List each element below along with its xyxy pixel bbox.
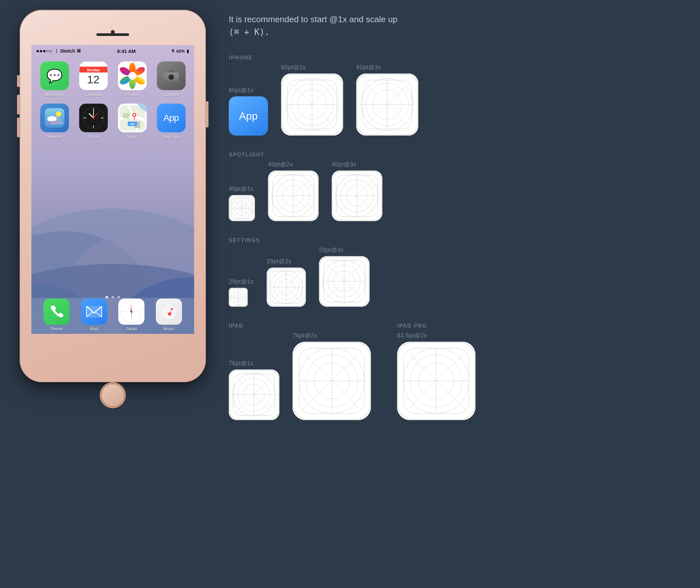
settings-29-2x-label: 29pt@2x	[267, 258, 291, 265]
ipad-76-2x: 76pt@2x	[292, 332, 371, 420]
dock-safari-icon	[118, 299, 144, 325]
calendar-icon: Sunday 12	[79, 61, 108, 90]
right-panel: It is recommended to start @1x and scale…	[229, 13, 680, 430]
dock-mail-label: Mail	[90, 326, 98, 331]
svg-point-13	[128, 72, 136, 80]
dock-safari[interactable]: Safari	[118, 299, 144, 331]
spotlight-40-1x-label: 40pt@1x	[229, 186, 253, 192]
dock-music-label: Music	[163, 326, 174, 331]
ipad-76-1x-label: 76pt@1x	[229, 360, 253, 367]
ipad-pro-83-2x-label: 83.5pt@2x	[397, 332, 427, 339]
settings-29-3x-icon	[319, 256, 370, 307]
svg-text:280: 280	[130, 123, 135, 126]
messages-icon: 💬	[40, 61, 69, 90]
signal-dot-5	[50, 50, 52, 52]
dock-phone-label: Phone	[50, 326, 63, 331]
mute-button	[17, 75, 20, 87]
photos-label: Photos	[125, 92, 138, 97]
iphone-60-1x: 60pt@1x App	[229, 87, 268, 136]
speaker	[96, 33, 129, 36]
iphone-title: IPHONE	[229, 55, 680, 61]
svg-point-27	[53, 118, 56, 121]
dock-mail-icon	[81, 299, 107, 325]
app-photos[interactable]: Photos	[114, 61, 150, 97]
ipad-76-2x-icon	[292, 342, 371, 420]
app-weather[interactable]: Weather	[37, 104, 72, 139]
ipad-pro-83-2x-icon	[397, 342, 476, 420]
calendar-date: 12	[87, 74, 100, 85]
signal-dot-4	[46, 50, 49, 52]
dock-phone-icon	[43, 299, 70, 325]
calendar-label: Calendar	[85, 92, 102, 97]
phone-body: ⋮ Sketch ⌘ 9:41 AM ⅊ 42% ▮ 💬 Messages	[20, 10, 206, 382]
iphone-60-1x-label: 60pt@1x	[229, 87, 253, 94]
iphone-60-3x-label: 60pt@3x	[356, 64, 381, 71]
battery-icon: ▮	[187, 49, 189, 54]
volume-down-button	[17, 118, 20, 137]
clock-icon	[79, 104, 108, 132]
spotlight-40-3x: 40pt@3x	[332, 161, 383, 221]
iphone-section: IPHONE 60pt@1x App 60pt@2x	[229, 55, 680, 136]
signal-dot-1	[37, 50, 39, 52]
calendar-header: Sunday	[79, 67, 107, 73]
ipad-pro-group: IPAD PRO 83.5pt@2x	[397, 323, 476, 420]
settings-29-1x-label: 29pt@1x	[229, 278, 253, 285]
settings-title: SETTINGS	[229, 237, 680, 243]
settings-29-1x: 29pt@1x	[229, 278, 253, 307]
camera-label: Camera	[163, 92, 178, 97]
signal-dot-3	[43, 50, 45, 52]
maps-icon: 280	[118, 104, 147, 132]
dock-music[interactable]: Music	[156, 299, 182, 331]
app-messages[interactable]: 💬 Messages	[37, 61, 72, 97]
svg-point-26	[47, 117, 51, 121]
camera-icon	[157, 61, 186, 90]
app-your-app[interactable]: App Your App	[153, 104, 189, 139]
clock-label: Clock	[88, 134, 99, 139]
spotlight-40-1x-icon	[229, 195, 255, 221]
spotlight-40-1x: 40pt@1x	[229, 186, 255, 221]
spotlight-40-2x-icon	[268, 171, 318, 221]
dock-mail[interactable]: Mail	[81, 299, 107, 331]
svg-point-55	[169, 313, 171, 315]
shortcut-text: (⌘ + K).	[229, 27, 269, 37]
ipad-76-2x-label: 76pt@2x	[292, 332, 317, 339]
ipad-title: IPAD	[229, 323, 371, 329]
weather-icon	[40, 104, 69, 132]
photos-icon	[118, 61, 147, 90]
messages-label: Messages	[45, 92, 64, 97]
ipad-pro-title: IPAD PRO	[397, 323, 476, 329]
ipad-group: IPAD 76pt@1x	[229, 323, 371, 420]
ipad-section: IPAD 76pt@1x	[229, 323, 680, 420]
spotlight-40-2x: 40pt@2x	[268, 161, 318, 221]
wifi-icon: ⋮ Sketch ⌘	[54, 48, 81, 54]
dock-phone[interactable]: Phone	[43, 299, 70, 331]
settings-29-3x-label: 29pt@3x	[319, 247, 344, 253]
svg-point-24	[56, 111, 61, 117]
svg-rect-40	[123, 113, 129, 118]
app-maps[interactable]: 280 Maps	[114, 104, 150, 139]
iphone-60-3x-icon	[356, 73, 418, 136]
settings-29-2x-icon	[267, 268, 306, 307]
bluetooth-icon: ⅊	[172, 48, 174, 54]
battery-text: 42%	[176, 49, 185, 54]
svg-point-37	[92, 117, 94, 119]
intro-text: It is recommended to start @1x and scale…	[229, 13, 680, 39]
svg-point-19	[170, 76, 171, 77]
app-camera[interactable]: Camera	[153, 61, 189, 97]
status-time: 9:41 AM	[117, 48, 136, 54]
spotlight-40-2x-label: 40pt@2x	[268, 161, 293, 168]
settings-29-3x: 29pt@3x	[319, 247, 370, 307]
app-clock[interactable]: Clock	[75, 104, 111, 139]
status-right: ⅊ 42% ▮	[172, 48, 189, 54]
power-button	[206, 101, 208, 127]
spotlight-title: SPOTLIGHT	[229, 152, 680, 158]
app-calendar[interactable]: Sunday 12 Calendar	[75, 61, 111, 97]
spotlight-40-3x-icon	[332, 171, 383, 221]
svg-point-54	[161, 304, 177, 319]
iphone-60-2x-icon	[281, 73, 343, 136]
spotlight-section: SPOTLIGHT 40pt@1x	[229, 152, 680, 221]
ipad-pro-83-2x: 83.5pt@2x	[397, 332, 476, 420]
home-button[interactable]	[100, 382, 126, 408]
phone-mockup: ⋮ Sketch ⌘ 9:41 AM ⅊ 42% ▮ 💬 Messages	[20, 7, 206, 385]
maps-label: Maps	[127, 134, 138, 139]
